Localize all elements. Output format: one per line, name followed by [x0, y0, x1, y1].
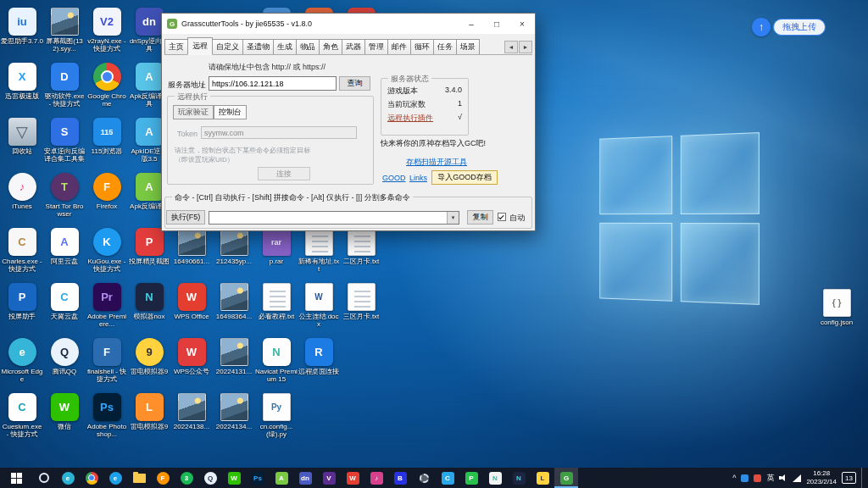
desktop-icon-photo-16498364[interactable]: 16498364... — [213, 283, 255, 320]
desktop-icon-navicat[interactable]: NNavicat Premium 15 — [255, 338, 298, 383]
taskbar-start[interactable] — [0, 468, 32, 488]
taskbar-file-explorer[interactable] — [127, 468, 151, 488]
desktop-icon-tor-browser[interactable]: TStart Tor Browser — [43, 173, 86, 218]
desktop-icon-p-rar[interactable]: rarp.rar — [255, 228, 298, 265]
desktop-icon-android-reverse-kit[interactable]: S安卓逆向反编译合集工具集 — [43, 118, 86, 163]
desktop-icon-itunes[interactable]: ♪iTunes — [1, 173, 43, 210]
tab-主页[interactable]: 主页 — [164, 39, 188, 54]
desktop-icon-photo-20224134[interactable]: 20224134... — [213, 393, 255, 430]
desktop-icon-wps-account[interactable]: WWPS公众号 — [170, 338, 213, 375]
tab-任务[interactable]: 任务 — [433, 39, 457, 54]
tab-scroll-right-icon[interactable]: ► — [519, 41, 532, 53]
tab-管理[interactable]: 管理 — [364, 39, 388, 54]
taskbar-music[interactable]: ♪ — [364, 468, 388, 488]
desktop-icon-cuesium[interactable]: CCuesium.exe - 快捷方式 — [1, 393, 43, 438]
tab-scroll-left-icon[interactable]: ◄ — [504, 41, 518, 53]
tab-远程[interactable]: 远程 — [187, 37, 213, 55]
desktop-icon-chrome[interactable]: Google Chrome — [86, 63, 128, 108]
close-button[interactable]: × — [509, 14, 535, 34]
desktop-icon-firefox[interactable]: FFirefox — [86, 173, 128, 210]
desktop-icon-txt-monthcard-2[interactable]: 二区月卡.txt — [340, 228, 382, 265]
taskbar-ldplayer[interactable]: L — [531, 468, 554, 488]
window-titlebar[interactable]: G GrasscutterTools - by jie65535 - v1.8.… — [162, 14, 535, 34]
taskbar-edge[interactable]: e — [56, 468, 80, 488]
desktop-icon-v2rayn[interactable]: V2v2rayN.exe - 快捷方式 — [86, 8, 128, 53]
taskbar-android-tool[interactable]: A — [270, 468, 293, 488]
tab-武器[interactable]: 武器 — [342, 39, 365, 54]
desktop-icon-aisi-assistant[interactable]: iu爱思助手3.7.0 — [1, 8, 43, 45]
tab-console[interactable]: 控制台 — [214, 105, 247, 119]
tab-邮件[interactable]: 邮件 — [387, 39, 411, 54]
desktop-icon-charles[interactable]: CCharles.exe - 快捷方式 — [1, 228, 43, 273]
taskbar-browser-360[interactable]: 3 — [175, 468, 198, 488]
tray-expand-icon[interactable]: ^ — [732, 474, 736, 482]
taskbar-chrome[interactable] — [80, 468, 103, 488]
dropdown-arrow-icon[interactable]: ▼ — [447, 212, 459, 224]
tray-app-icon-1[interactable] — [741, 474, 748, 482]
clock[interactable]: 16:28 2023/2/14 — [806, 469, 837, 486]
desktop-icon-tencent-qq[interactable]: Q腾讯QQ — [43, 338, 86, 375]
taskbar-nox[interactable]: N — [507, 468, 531, 488]
tray-app-icon-2[interactable] — [754, 474, 761, 482]
taskbar-grasscutter[interactable]: G — [554, 468, 578, 488]
desktop-icon-recycle-bin[interactable]: ▽回收站 — [1, 118, 43, 155]
desktop-icon-finalshell[interactable]: Ffinalshell - 快捷方式 — [86, 338, 128, 383]
links-link[interactable]: Links — [409, 174, 427, 182]
taskbar-settings[interactable] — [412, 468, 436, 488]
desktop-icon-xunlei[interactable]: X迅雷极速版 — [1, 63, 43, 100]
taskbar-wechat[interactable]: W — [222, 468, 246, 488]
desktop-icon-screenshot-132[interactable]: 屏幕截图(132).syy... — [43, 8, 86, 53]
desktop-icon-edge[interactable]: eMicrosoft Edge — [1, 338, 43, 383]
tab-角色[interactable]: 角色 — [319, 39, 342, 54]
taskbar-browser-blue[interactable]: e — [103, 468, 127, 488]
desktop-icon-ldplayer-9[interactable]: 9雷电模拟器9 — [128, 338, 170, 375]
taskbar-cloud-drive[interactable]: C — [436, 468, 459, 488]
desktop-icon-wechat[interactable]: W微信 — [43, 393, 86, 430]
archive-scan-link[interactable]: 存档扫描开源工具 — [406, 157, 467, 168]
taskbar-wps[interactable]: W — [341, 468, 364, 488]
command-input[interactable] — [209, 212, 446, 224]
desktop-icon-premiere[interactable]: PrAdobe Premiere... — [86, 283, 128, 328]
taskbar-search[interactable] — [32, 468, 56, 488]
desktop-icon-py-config[interactable]: Pycn.config...(绿).py — [255, 393, 298, 438]
desktop-icon-tianyi-cloud[interactable]: C天翼云盘 — [43, 283, 86, 320]
desktop-icon-wps-office[interactable]: WWPS Office — [170, 283, 213, 320]
show-desktop-button[interactable] — [861, 468, 865, 488]
taskbar-baidu-pan[interactable]: B — [388, 468, 412, 488]
tab-场景[interactable]: 场景 — [456, 39, 480, 54]
desktop-icon-photo-16490661[interactable]: 16490661... — [170, 228, 213, 265]
tab-自定义[interactable]: 自定义 — [212, 39, 243, 54]
desktop-icon-photo-20224131[interactable]: 20224131... — [213, 338, 255, 375]
run-button[interactable]: 执行(F5) — [166, 210, 205, 225]
desktop-icon-aliyun-drive[interactable]: A阿里云盘 — [43, 228, 86, 265]
desktop-icon-txt-monthcard-3[interactable]: 三区月卡.txt — [340, 283, 382, 320]
desktop-icon-nox[interactable]: N模拟器nox — [128, 283, 170, 320]
status-label[interactable]: 远程执行插件 — [387, 113, 433, 124]
desktop-icon-docx-princess[interactable]: W公主连结.docx — [298, 283, 340, 328]
auto-checkbox[interactable] — [498, 213, 506, 221]
good-link[interactable]: GOOD — [382, 174, 406, 182]
desktop-icon-photo-212435yp[interactable]: 212435yp... — [213, 228, 255, 265]
tab-生成[interactable]: 生成 — [273, 39, 297, 54]
desktop-icon-browser-115[interactable]: 115115浏览器 — [86, 118, 128, 155]
taskbar-vs-tool[interactable]: V — [317, 468, 341, 488]
command-combobox[interactable]: ▼ — [209, 211, 459, 225]
desktop-icon-photoshop[interactable]: PsAdobe Photoshop... — [86, 393, 128, 438]
tab-player-verify[interactable]: 玩家验证 — [173, 105, 214, 119]
desktop-icon-ldplayer-orange[interactable]: L雷电模拟器9 — [128, 393, 170, 430]
tab-圣遗物[interactable]: 圣遗物 — [242, 39, 274, 54]
desktop-icon-driver-tool[interactable]: D驱动软件.exe - 快捷方式 — [43, 63, 86, 108]
desktop-icon-txt-tutorial[interactable]: 必看教程.txt — [255, 283, 298, 320]
taskbar-firefox[interactable]: F — [151, 468, 175, 488]
taskbar-photoshop[interactable]: Ps — [246, 468, 270, 488]
taskbar-qq[interactable]: Q — [198, 468, 222, 488]
desktop-icon-kugou[interactable]: KKuGou.exe - 快捷方式 — [86, 228, 128, 273]
copy-button[interactable]: 复制 — [467, 210, 493, 225]
ime-indicator[interactable]: 英 — [766, 473, 774, 484]
desktop-icon-remote-desktop[interactable]: R远程桌面连接 — [298, 338, 340, 375]
desktop-icon-config-json[interactable]: { }config.json — [815, 289, 858, 326]
desktop-icon-screencast-genie[interactable]: P投屏精灵截图 — [128, 228, 170, 265]
maximize-button[interactable]: □ — [484, 14, 509, 34]
import-good-button[interactable]: 导入GOOD存档 — [431, 170, 498, 185]
tab-循环[interactable]: 循环 — [410, 39, 434, 54]
